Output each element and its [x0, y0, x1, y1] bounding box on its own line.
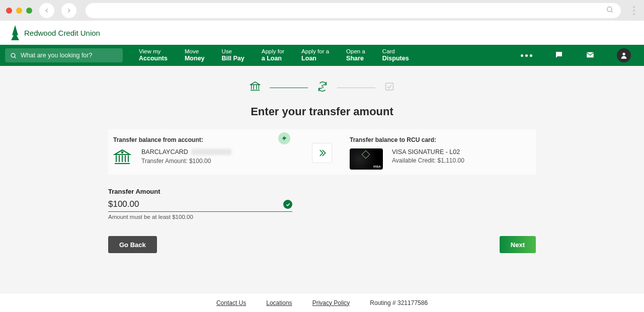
action-buttons: Go Back Next — [108, 236, 536, 253]
from-transfer-amount: Transfer Amount: $100.00 — [141, 158, 231, 165]
messages-icon[interactable] — [554, 50, 564, 61]
svg-line-1 — [611, 11, 613, 13]
svg-rect-14 — [386, 83, 393, 90]
nav-open-share[interactable]: Open aShare — [346, 48, 365, 63]
minimize-window-button[interactable] — [16, 8, 22, 14]
page-title: Enter your transfer amount — [0, 105, 644, 118]
browser-back-button[interactable] — [39, 3, 54, 18]
svg-line-4 — [15, 56, 16, 57]
site-search[interactable] — [5, 48, 123, 62]
search-input[interactable] — [21, 52, 118, 59]
to-card-name: VISA SIGNATURE - L02 — [392, 148, 464, 155]
footer-contact-link[interactable]: Contact Us — [216, 299, 246, 306]
redwood-tree-icon — [11, 25, 19, 40]
nav-apply-for-a-loan[interactable]: Apply for aLoan — [301, 48, 329, 63]
step-confirm-icon — [384, 82, 394, 94]
svg-marker-15 — [282, 136, 287, 141]
main-content: $ Enter your transfer amount Transfer ba… — [0, 66, 644, 253]
bank-icon — [113, 148, 131, 169]
step-transfer-icon: $ — [317, 81, 328, 94]
svg-text:$: $ — [321, 85, 324, 89]
to-available-credit: Available Credit: $1,110.00 — [392, 157, 464, 164]
redacted-account-number — [191, 149, 231, 155]
transfer-amount-hint: Amount must be at least $100.00 — [108, 214, 536, 220]
site-logo[interactable]: Redwood Credit Union — [11, 25, 100, 40]
primary-nav: View myAccounts MoveMoney UseBill Pay Ap… — [0, 45, 644, 66]
footer-privacy-link[interactable]: Privacy Policy — [312, 299, 350, 306]
svg-point-0 — [607, 7, 612, 11]
transfer-summary-card: Transfer balance from account: BARCLAYCA… — [108, 129, 536, 175]
svg-marker-2 — [11, 25, 19, 40]
next-button[interactable]: Next — [500, 236, 536, 253]
to-section-label: Transfer balance to RCU card: — [350, 136, 531, 143]
transfer-amount-input[interactable] — [108, 199, 283, 209]
from-section-label: Transfer balance from account: — [113, 136, 294, 143]
nav-apply-loan[interactable]: Apply fora Loan — [262, 48, 284, 63]
nav-card-disputes[interactable]: CardDisputes — [382, 48, 409, 63]
close-window-button[interactable] — [6, 8, 12, 14]
transfer-amount-section: Transfer Amount Amount must be at least … — [108, 188, 536, 220]
search-icon — [10, 52, 17, 59]
svg-marker-7 — [251, 82, 260, 85]
browser-url-bar[interactable] — [86, 3, 621, 18]
go-back-button[interactable]: Go Back — [108, 236, 157, 253]
footer-routing-number: Routing # 321177586 — [370, 299, 428, 306]
transfer-direction-icon — [312, 143, 332, 163]
browser-forward-button[interactable] — [61, 3, 76, 18]
search-icon — [606, 6, 614, 16]
svg-point-6 — [622, 53, 625, 55]
brand-name: Redwood Credit Union — [24, 29, 100, 37]
nav-bill-pay[interactable]: UseBill Pay — [222, 48, 245, 63]
progress-stepper: $ — [0, 81, 644, 94]
nav-view-accounts[interactable]: View myAccounts — [139, 48, 168, 63]
more-menu-button[interactable] — [521, 54, 532, 57]
site-header: Redwood Credit Union — [0, 21, 644, 45]
svg-point-3 — [11, 53, 15, 57]
instant-transfer-badge — [278, 132, 290, 144]
nav-move-money[interactable]: MoveMoney — [185, 48, 205, 63]
browser-menu-button[interactable] — [630, 6, 638, 15]
svg-point-17 — [122, 151, 123, 153]
from-account-name: BARCLAYCARD — [141, 148, 231, 155]
step-bank-icon — [250, 81, 261, 94]
site-footer: Contact Us Locations Privacy Policy Rout… — [0, 293, 644, 312]
svg-rect-5 — [587, 52, 594, 57]
browser-chrome — [0, 0, 644, 21]
mail-icon[interactable] — [586, 50, 595, 61]
transfer-amount-label: Transfer Amount — [108, 188, 536, 195]
window-controls — [6, 8, 32, 14]
profile-avatar[interactable] — [617, 48, 631, 62]
credit-card-image — [350, 148, 383, 170]
valid-check-icon — [283, 200, 292, 209]
footer-locations-link[interactable]: Locations — [266, 299, 292, 306]
maximize-window-button[interactable] — [26, 8, 32, 14]
